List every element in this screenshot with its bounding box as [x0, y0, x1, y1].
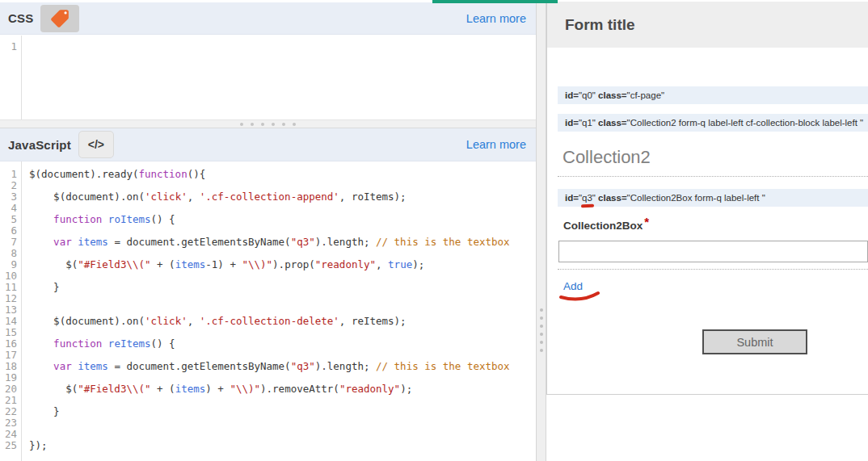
css-panel: CSS Learn more 1 [0, 0, 536, 119]
css-panel-title: CSS [8, 11, 33, 25]
javascript-panel: JavaScript </> Learn more 12345678910111… [0, 128, 536, 461]
collection-heading: Collection2 [563, 147, 651, 168]
form-header: Form title [547, 2, 868, 48]
javascript-panel-header: JavaScript </> Learn more [0, 128, 536, 161]
progress-bar [432, 0, 558, 3]
field-label: Collection2Box* [563, 218, 649, 232]
javascript-panel-title: JavaScript [8, 138, 71, 152]
id-class-bar-q1: id="q1" class="Collection2 form-q label-… [558, 114, 868, 132]
javascript-code-button[interactable]: </> [78, 131, 114, 158]
horizontal-resize-handle[interactable] [0, 119, 536, 128]
css-line-numbers: 1 [0, 36, 22, 119]
code-brackets-icon: </> [88, 138, 104, 151]
tag-icon [49, 8, 70, 29]
code-editor-app: CSS Learn more 1 [0, 0, 868, 461]
javascript-code-area[interactable]: $(document).ready(function(){ $(document… [23, 161, 536, 461]
collection2box-input[interactable] [558, 241, 868, 262]
javascript-editor[interactable]: 1234567891011121314151617181920212223242… [0, 161, 536, 461]
css-tag-button[interactable] [40, 5, 79, 32]
form-title: Form title [565, 16, 635, 34]
drag-dot [251, 123, 254, 126]
css-learn-more-link[interactable]: Learn more [466, 12, 526, 25]
add-link[interactable]: Add [563, 280, 583, 292]
editors-column: CSS Learn more 1 [0, 0, 536, 461]
drag-dot [261, 123, 264, 126]
javascript-line-numbers: 1234567891011121314151617181920212223242… [0, 161, 22, 461]
javascript-learn-more-link[interactable]: Learn more [466, 138, 526, 151]
css-code-area[interactable] [23, 36, 536, 119]
drag-dots [540, 308, 543, 352]
id-class-bar-q0: id="q0" class="cf-page" [558, 86, 868, 104]
css-panel-header: CSS Learn more [0, 2, 536, 35]
css-editor[interactable]: 1 [0, 36, 536, 119]
drag-dot [282, 123, 285, 126]
vertical-resize-handle[interactable] [536, 0, 546, 461]
submit-button[interactable]: Submit [702, 329, 807, 354]
drag-dot [240, 123, 243, 126]
drag-dot [293, 123, 296, 126]
dotted-divider [558, 269, 868, 270]
form-preview-panel: Form title id="q0" class="cf-page" id="q… [546, 2, 868, 395]
drag-dot [272, 123, 275, 126]
id-class-bar-q3: id="q3" class="Collection2Box form-q lab… [558, 189, 868, 207]
required-asterisk: * [644, 215, 649, 228]
dotted-divider [558, 176, 868, 177]
